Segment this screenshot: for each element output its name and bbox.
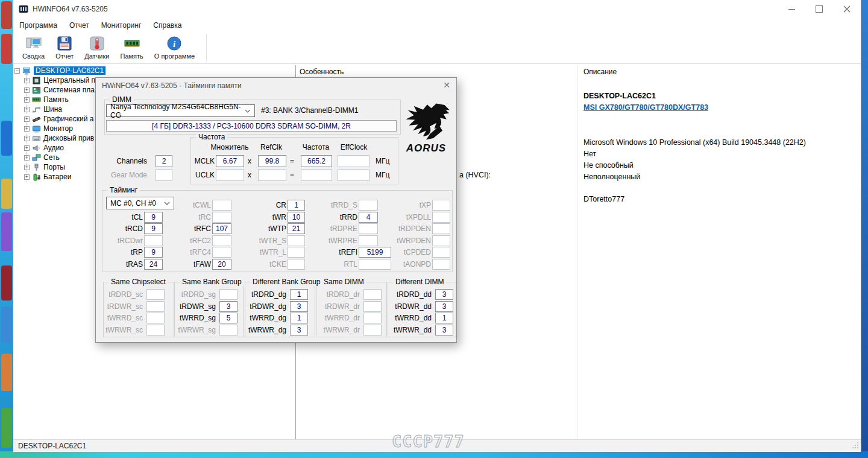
window-title: HWiNFO64 v7.63-5205 [33,5,108,13]
mclk-multiplier: 6.67 [216,155,244,167]
uclk-refclk [258,169,286,181]
group-title: Same Chipselect [108,278,168,286]
desktop-shortcut-icon[interactable] [1,408,12,448]
expand-icon[interactable]: + [24,116,30,122]
dialog-close-icon[interactable]: ✕ [443,80,450,90]
expand-icon[interactable]: + [24,145,30,151]
desktop-shortcut-icon[interactable] [1,34,12,64]
computer-icon [22,66,31,75]
timing-value-tXP [432,200,450,211]
group-title: Different DIMM [393,278,446,286]
toolbar-button-report[interactable]: Отчет [50,33,79,63]
timing-value-tRDWR_dr [363,301,382,312]
tree-item-label: Центральный п [43,76,95,84]
timing-value-tWRWR_dr [363,325,382,336]
timing-label-tRCDwr: tRCDwr [101,237,143,245]
timing-value-tRC [212,212,231,223]
toolbar-button-sensors[interactable]: Датчики [79,33,115,63]
timing-label-tWTR_S: tWTR_S [244,237,286,245]
timing-label-tRC: tRC [169,213,211,221]
sensors-thermometer-icon [89,36,105,51]
timing-label-tFAW: tFAW [169,260,211,269]
tree-item-label: Дисковый прив [43,134,94,142]
dimm-selector[interactable]: Nanya Technology M2S4G64CB8HG5N-CG [106,104,255,117]
desktop-shortcut-icon[interactable] [1,266,12,301]
timing-channel-value: MC #0, CH #0 [110,199,156,208]
menu-item-program[interactable]: Программа [13,21,63,30]
chevron-down-icon [245,109,251,113]
menu-item-monitoring[interactable]: Мониторинг [95,21,148,30]
toolbar: Сводка Отчет Датчики Память i О программ… [13,32,861,64]
tree-item-label: Графический а [43,115,93,123]
toolbar-button-summary[interactable]: Сводка [17,33,50,63]
timing-value-tRDPRE [359,223,378,234]
timing-label-tREFI: tREFI [315,248,357,256]
timing-label-tWRRD_dd: tWRRD_dd [388,314,432,322]
timing-value-tRRD_S [359,200,378,211]
uclk-label: UCLK [186,171,215,179]
desktop-shortcut-icon[interactable] [1,121,12,156]
expand-icon[interactable]: + [24,136,30,141]
toolbar-button-memory[interactable]: Память [115,33,148,63]
timing-label-RTL: RTL [315,260,357,269]
menu-item-report[interactable]: Отчет [63,21,95,30]
timing-value-tFAW: 20 [212,259,231,270]
expand-icon[interactable]: + [24,174,30,180]
timing-value-tRCD: 9 [144,223,163,234]
toolbar-button-about[interactable]: i О программе [149,33,200,63]
cpu-icon [32,76,41,85]
dimm-selector-value: Nanya Technology M2S4G64CB8HG5N-CG [110,103,245,119]
timing-channel-selector[interactable]: MC #0, CH #0 [106,197,174,209]
timing-label-tXPDLL: tXPDLL [389,213,431,221]
menu-item-help[interactable]: Справка [147,21,187,30]
timing-label-tRDRD_sg: tRDRD_sg [172,290,216,299]
timing-label-tWRWR_sg: tWRWR_sg [172,326,216,334]
tree-item-computer[interactable]: −DESKTOP-LAC62C1 [13,66,294,75]
desktop-shortcut-icon[interactable] [1,1,12,29]
toolbar-label: О программе [154,52,195,60]
channels-value: 2 [156,155,172,167]
timing-value-tRDRD_sc [146,289,165,300]
timing-value-tWRRD_dg: 1 [290,313,308,323]
audio-icon [32,144,41,153]
expand-icon[interactable]: + [24,78,30,83]
desktop-shortcut-icon[interactable] [1,307,12,343]
timing-value-tWRRD_dd: 1 [435,313,453,323]
desktop-shortcut-icon[interactable] [1,212,12,251]
close-icon[interactable] [833,0,861,18]
multiplier-header: Множитель [205,143,254,151]
expand-icon[interactable]: + [24,97,30,103]
mclk-effclock [338,155,370,167]
expand-icon[interactable]: + [24,126,30,132]
gear-mode-value [156,169,172,181]
expand-icon[interactable]: + [24,87,30,93]
desktop-shortcut-icon[interactable] [1,354,12,391]
timing-label-tWRRD_sg: tWRRD_sg [172,314,216,322]
timing-value-tRDWR_dg: 3 [290,301,308,312]
expand-icon[interactable]: + [24,107,30,112]
timing-value-tRP: 9 [144,247,163,258]
timing-value-tWRRD_sg: 5 [219,313,237,323]
resize-grip[interactable] [852,442,859,451]
motherboard-model-link[interactable]: MSI GX780/GT780/GT780DX/GT783 [583,103,708,112]
hwinfo-app-icon [19,4,28,14]
timing-value-tWTR_L [288,247,305,258]
toolbar-label: Отчет [55,52,74,60]
collapse-icon[interactable]: − [14,68,20,74]
effclock-header: EffClock [336,143,371,151]
group-title: Same DIMM [321,278,366,286]
timing-value-tWR: 10 [288,212,305,223]
expand-icon[interactable]: + [24,165,30,170]
timing-label-tWRWR_sc: tWRWR_sc [99,326,143,334]
desktop-shortcut-icon[interactable] [1,179,12,209]
description-os-line: Microsoft Windows 10 Professional (x64) … [583,138,806,147]
timing-value-tCL: 9 [144,212,163,223]
timing-value-tRCDwr [144,235,163,246]
minimize-icon[interactable] [778,0,805,18]
timing-label-tWR: tWR [244,213,286,221]
maximize-icon[interactable] [805,0,833,18]
times-symbol: x [248,157,251,165]
dimm-bank-label: #3: BANK 3/ChannelB-DIMM1 [261,106,358,115]
expand-icon[interactable]: + [24,155,30,161]
timing-label-tWTR_L: tWTR_L [244,248,286,256]
